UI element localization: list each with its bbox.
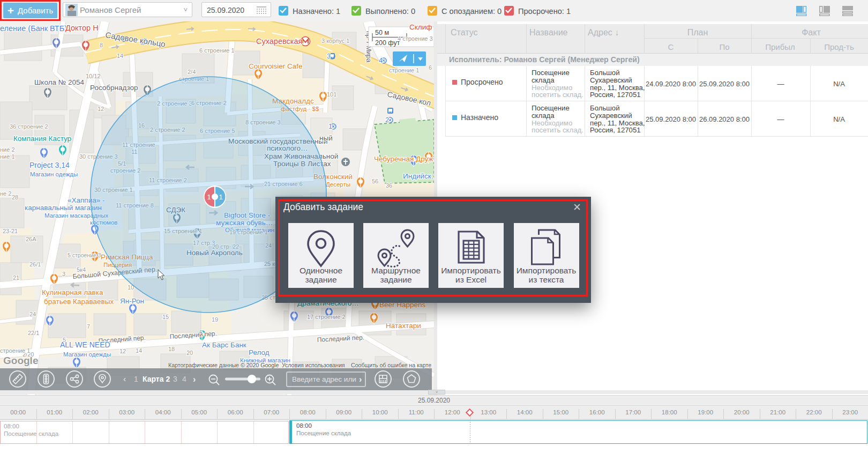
svg-text:Кулинарная лавка: Кулинарная лавка (42, 288, 103, 296)
svg-text:еление (Банк ВТБ): еление (Банк ВТБ) (0, 24, 67, 33)
svg-text:1: 1 (328, 122, 332, 130)
svg-text:Десерты: Десерты (326, 181, 350, 188)
svg-text:1: 1 (134, 375, 138, 383)
svg-text:28: 28 (12, 194, 18, 200)
svg-text:22/1: 22/1 (28, 330, 39, 336)
svg-text:Введите адрес или: Введите адрес или (292, 375, 356, 383)
svg-text:4 строение 3: 4 строение 3 (398, 35, 433, 42)
svg-text:Доктор Н: Доктор Н (65, 24, 99, 32)
svg-text:3: 3 (62, 271, 65, 277)
svg-text:23-21: 23-21 (3, 228, 18, 234)
svg-text:12: 12 (119, 348, 126, 354)
svg-text:ние 2: ние 2 (0, 146, 15, 153)
svg-text:Магазин одежды: Магазин одежды (63, 351, 111, 358)
svg-text:19: 19 (212, 316, 218, 323)
svg-text:Индийск…: Индийск… (403, 172, 434, 180)
svg-text:2/4: 2/4 (188, 69, 196, 75)
svg-text:101: 101 (327, 91, 336, 98)
svg-text:Компания Кастур: Компания Кастур (13, 135, 71, 143)
svg-text:Школа № 2054: Школа № 2054 (34, 78, 85, 86)
svg-text:Магазин одежды: Магазин одежды (30, 171, 78, 177)
svg-text:18: 18 (168, 346, 175, 352)
svg-text:Ак Барс Банк: Ак Барс Банк (202, 341, 246, 349)
svg-text:‹: ‹ (123, 374, 126, 383)
svg-text:Склиф: Склиф (409, 23, 432, 31)
svg-text:строение 1: строение 1 (389, 67, 419, 73)
svg-text:20: 20 (186, 350, 193, 356)
svg-text:Project 3,14: Project 3,14 (29, 161, 70, 169)
svg-text:Карта 2: Карта 2 (143, 375, 170, 383)
svg-text:Рособрнадзор: Рособрнадзор (90, 84, 138, 92)
svg-text:56: 56 (372, 178, 378, 184)
svg-text:200 фут: 200 фут (375, 39, 400, 47)
svg-text:Courvoisier Cafe: Courvoisier Cafe (249, 62, 303, 70)
svg-text:3 корпус 1: 3 корпус 1 (321, 38, 349, 44)
svg-text:Релод: Релод (249, 348, 270, 356)
svg-text:36 строение 2: 36 строение 2 (10, 123, 48, 130)
svg-text:10/12: 10/12 (86, 73, 101, 79)
svg-text:12: 12 (98, 106, 104, 112)
svg-text:не 2: не 2 (0, 190, 11, 197)
svg-text:26/1: 26/1 (29, 261, 41, 268)
svg-text:1: 1 (219, 193, 222, 201)
svg-text:5 строение 3: 5 строение 3 (68, 252, 101, 258)
svg-text:6: 6 (429, 64, 432, 71)
svg-text:15: 15 (162, 314, 169, 320)
svg-text:24: 24 (29, 311, 36, 317)
svg-text:17 строение 2: 17 строение 2 (307, 314, 346, 320)
svg-text:Сухаревская: Сухаревская (256, 37, 302, 46)
svg-text:3: 3 (173, 375, 177, 383)
svg-text:26A: 26A (26, 236, 36, 242)
svg-text:›: › (359, 375, 362, 384)
svg-text:7: 7 (87, 323, 90, 330)
svg-text:4: 4 (182, 375, 186, 383)
svg-text:2: 2 (385, 116, 389, 124)
svg-text:4: 4 (379, 56, 383, 64)
svg-text:›: › (193, 375, 196, 384)
svg-text:ALL WE NEED: ALL WE NEED (60, 340, 110, 349)
svg-text:братьев Караваевых: братьев Караваевых (44, 298, 114, 306)
svg-text:6 строение 1: 6 строение 1 (199, 47, 235, 54)
svg-text:ный: ный (319, 134, 333, 142)
svg-text:14: 14 (136, 347, 142, 354)
svg-text:Натахтари: Натахтари (386, 322, 421, 330)
svg-text:36: 36 (386, 182, 392, 189)
svg-text:50 м: 50 м (375, 29, 389, 36)
svg-text:14: 14 (117, 53, 123, 59)
svg-text:строение 1: строение 1 (0, 347, 30, 354)
svg-text:3: 3 (327, 52, 331, 60)
svg-text:1: 1 (207, 193, 211, 201)
svg-text:Ян-Рон: Ян-Рон (120, 297, 144, 305)
svg-text:8: 8 (100, 42, 103, 48)
svg-text:Чебуречная Друж…: Чебуречная Друж… (374, 155, 434, 163)
svg-text:карнавальный магазин: карнавальный магазин (25, 204, 102, 212)
svg-text:ние 1: ние 1 (0, 153, 15, 160)
svg-text:21: 21 (13, 274, 19, 281)
